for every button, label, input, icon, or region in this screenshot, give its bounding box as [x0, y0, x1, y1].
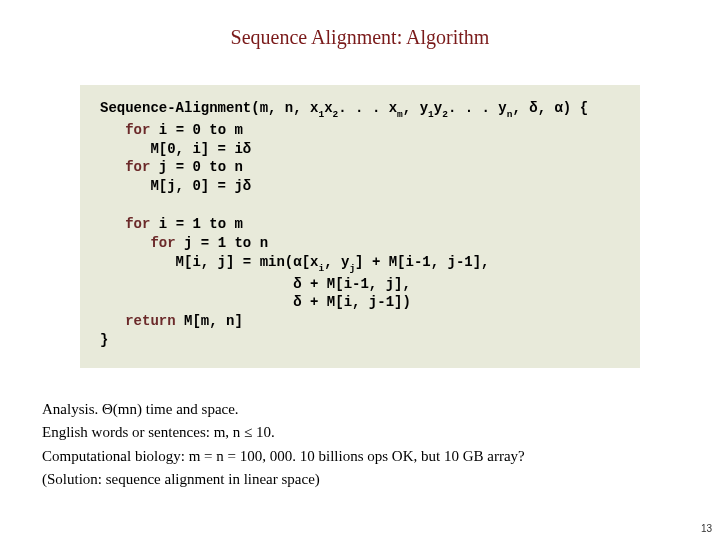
fn-name: Sequence-Alignment [100, 100, 251, 116]
sub-2: 2 [333, 109, 339, 120]
sub-y1: 1 [428, 109, 434, 120]
sub-m: m [397, 109, 403, 120]
sig-part: , δ, α) { [512, 100, 588, 116]
keyword-for: for [150, 235, 175, 251]
code-line: M[0, i] = iδ [100, 141, 251, 157]
analysis-line-1: Analysis. Θ(mn) time and space. [42, 398, 680, 421]
code-line: i = 1 to m [150, 216, 242, 232]
slide-title: Sequence Alignment: Algorithm [40, 26, 680, 49]
sub-i: i [318, 263, 324, 274]
code-line: δ + M[i-1, j], [100, 276, 411, 292]
code-line: j = 1 to n [176, 235, 268, 251]
page-number: 13 [701, 523, 712, 534]
analysis-block: Analysis. Θ(mn) time and space. English … [40, 398, 680, 491]
code-brace: } [100, 332, 108, 348]
pseudocode-box: Sequence-Alignment(m, n, x1x2. . . xm, y… [80, 85, 640, 368]
sig-part: , y [403, 100, 428, 116]
sig-part: x [324, 100, 332, 116]
code-line: ] + M[i-1, j-1], [355, 254, 489, 270]
analysis-line-4: (Solution: sequence alignment in linear … [42, 468, 680, 491]
keyword-for: for [125, 216, 150, 232]
sub-1: 1 [318, 109, 324, 120]
code-line: , y [324, 254, 349, 270]
code-line: M[j, 0] = jδ [100, 178, 251, 194]
keyword-for: for [125, 122, 150, 138]
sub-n: n [507, 109, 513, 120]
sub-j: j [349, 263, 355, 274]
analysis-line-3: Computational biology: m = n = 100, 000.… [42, 445, 680, 468]
analysis-line-2: English words or sentences: m, n ≤ 10. [42, 421, 680, 444]
sig-part: . . . y [448, 100, 507, 116]
code-line: M[i, j] = min(α[x [100, 254, 318, 270]
keyword-for: for [125, 159, 150, 175]
code-line: M[m, n] [176, 313, 243, 329]
sig-part: . . . x [338, 100, 397, 116]
sig-part: y [434, 100, 442, 116]
keyword-return: return [125, 313, 175, 329]
slide: Sequence Alignment: Algorithm Sequence-A… [0, 0, 720, 540]
sub-y2: 2 [442, 109, 448, 120]
sig-part: (m, n, x [251, 100, 318, 116]
code-line: i = 0 to m [150, 122, 242, 138]
code-line: δ + M[i, j-1]) [100, 294, 411, 310]
code-line: j = 0 to n [150, 159, 242, 175]
